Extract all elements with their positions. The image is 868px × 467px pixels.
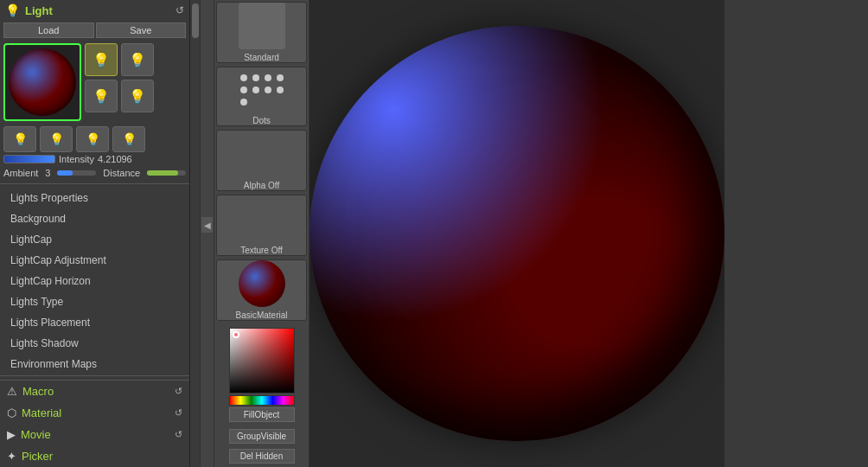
light-btn-4[interactable]: 💡 [121, 80, 154, 112]
distance-slider-fill [147, 170, 178, 176]
texture-off-preview [239, 195, 285, 242]
separator-2 [0, 375, 189, 376]
color-picker-wrapper [229, 328, 295, 393]
light-icons-row-bottom: 💡 💡 💡 💡 [0, 126, 189, 152]
movie-refresh-icon[interactable]: ↺ [175, 429, 182, 440]
intensity-bar [3, 155, 55, 163]
dots-preview [233, 67, 290, 112]
movie-label: Movie [21, 428, 51, 441]
light-preview-area: 💡 💡 💡 💡 [0, 40, 189, 125]
distance-label: Distance [103, 168, 140, 178]
menu-item-lightcap-adjustment[interactable]: LightCap Adjustment [0, 250, 189, 271]
material-label: Material [22, 406, 61, 419]
scroll-thumb[interactable] [192, 3, 199, 38]
material-thumb-texture-off[interactable]: Texture Off [216, 195, 307, 256]
alpha-off-preview [239, 131, 285, 177]
material-thumb-basic[interactable]: BasicMaterial [216, 259, 307, 321]
middle-panel: Standard Dots Alpha Off Texture Off [214, 0, 310, 467]
menu-item-lights-placement[interactable]: Lights Placement [0, 312, 189, 333]
panel-refresh-button[interactable]: ↺ [176, 4, 184, 16]
material-thumb-standard[interactable]: Standard [216, 2, 307, 63]
nav-item-material[interactable]: ⬡ Material ↺ [0, 402, 189, 424]
load-button[interactable]: Load [3, 22, 94, 38]
del-hidden-button[interactable]: Del Hidden [229, 449, 295, 464]
color-picker-hue-slider[interactable] [229, 395, 295, 406]
menu-item-lightcap[interactable]: LightCap [0, 229, 189, 250]
middle-section: ◀ Standard Dots Alpha Off [190, 0, 310, 467]
nav-item-movie[interactable]: ▶ Movie ↺ [0, 424, 189, 445]
movie-icon: ▶ [7, 428, 16, 441]
macro-label: Macro [22, 385, 54, 398]
fill-object-button[interactable]: FillObject [229, 407, 295, 422]
color-picker-cursor [233, 331, 239, 338]
distance-slider[interactable] [147, 170, 186, 176]
light-icons-row-2: 💡 💡 [85, 80, 154, 112]
separator-1 [0, 183, 189, 184]
save-button[interactable]: Save [96, 22, 187, 38]
light-btn-bottom-2[interactable]: 💡 [40, 126, 73, 152]
dots-label: Dots [252, 116, 271, 125]
color-picker-box[interactable] [229, 328, 295, 393]
middle-scrollbar [190, 0, 201, 467]
light-icons-col: 💡 💡 💡 💡 [85, 43, 154, 121]
panel-header: 💡 Light ↺ [0, 0, 189, 21]
ambient-distance-row: Ambient 3 Distance [0, 166, 189, 180]
panel-title: Light [25, 4, 170, 17]
light-sphere-preview [9, 48, 76, 116]
ambient-slider-fill [57, 170, 73, 176]
light-header-icon: 💡 [5, 3, 20, 17]
color-gradient [229, 328, 295, 393]
light-btn-bottom-1[interactable]: 💡 [3, 126, 36, 152]
material-icon: ⬡ [7, 406, 16, 419]
standard-preview [239, 3, 285, 49]
texture-off-label: Texture Off [240, 246, 283, 255]
menu-item-background[interactable]: Background [0, 208, 189, 229]
light-icons-row-1: 💡 💡 [85, 43, 154, 76]
ambient-value: 3 [45, 168, 50, 178]
menu-item-lights-shadow[interactable]: Lights Shadow [0, 333, 189, 354]
bottom-nav: ⚠ Macro ↺ ⬡ Material ↺ ▶ Movie ↺ ✦ Picke… [0, 380, 189, 467]
material-refresh-icon[interactable]: ↺ [175, 407, 182, 419]
color-picker-section: FillObject [216, 326, 307, 425]
picker-icon: ✦ [7, 450, 16, 463]
picker-label: Picker [22, 450, 53, 463]
collapse-arrow-container: ◀ [201, 0, 214, 467]
basic-material-label: BasicMaterial [235, 310, 287, 320]
nav-item-macro[interactable]: ⚠ Macro ↺ [0, 381, 189, 402]
menu-item-environment-maps[interactable]: Environment Maps [0, 354, 189, 372]
light-btn-bottom-3[interactable]: 💡 [76, 126, 109, 152]
viewport-sphere [310, 26, 724, 441]
light-btn-2[interactable]: 💡 [121, 43, 154, 76]
menu-item-lightcap-horizon[interactable]: LightCap Horizon [0, 271, 189, 291]
load-save-row: Load Save [0, 21, 189, 40]
macro-refresh-icon[interactable]: ↺ [175, 386, 182, 397]
menu-item-lights-type[interactable]: Lights Type [0, 291, 189, 312]
menu-section: Lights Properties Background LightCap Li… [0, 188, 189, 372]
alpha-off-label: Alpha Off [244, 181, 280, 190]
intensity-value: 4.21096 [98, 154, 132, 164]
collapse-arrow-button[interactable]: ◀ [201, 216, 214, 234]
light-sphere-container [3, 43, 81, 121]
ambient-label: Ambient [3, 168, 38, 178]
light-btn-bottom-4[interactable]: 💡 [112, 126, 145, 152]
material-thumb-dots[interactable]: Dots [216, 67, 307, 126]
basic-material-sphere [239, 260, 285, 307]
intensity-label: Intensity [59, 154, 94, 164]
nav-item-picker[interactable]: ✦ Picker [0, 445, 189, 467]
light-btn-1[interactable]: 💡 [85, 43, 118, 76]
intensity-row: Intensity 4.21096 [0, 152, 189, 166]
material-thumb-alpha-off[interactable]: Alpha Off [216, 130, 307, 191]
light-btn-3[interactable]: 💡 [85, 80, 118, 112]
group-visible-button[interactable]: GroupVisible [229, 429, 295, 444]
macro-icon: ⚠ [7, 385, 17, 398]
left-panel: 💡 Light ↺ Load Save 💡 💡 💡 💡 [0, 0, 190, 467]
viewport[interactable] [310, 0, 724, 467]
ambient-slider[interactable] [57, 170, 96, 176]
standard-label: Standard [244, 53, 279, 62]
menu-item-lights-properties[interactable]: Lights Properties [0, 188, 189, 208]
